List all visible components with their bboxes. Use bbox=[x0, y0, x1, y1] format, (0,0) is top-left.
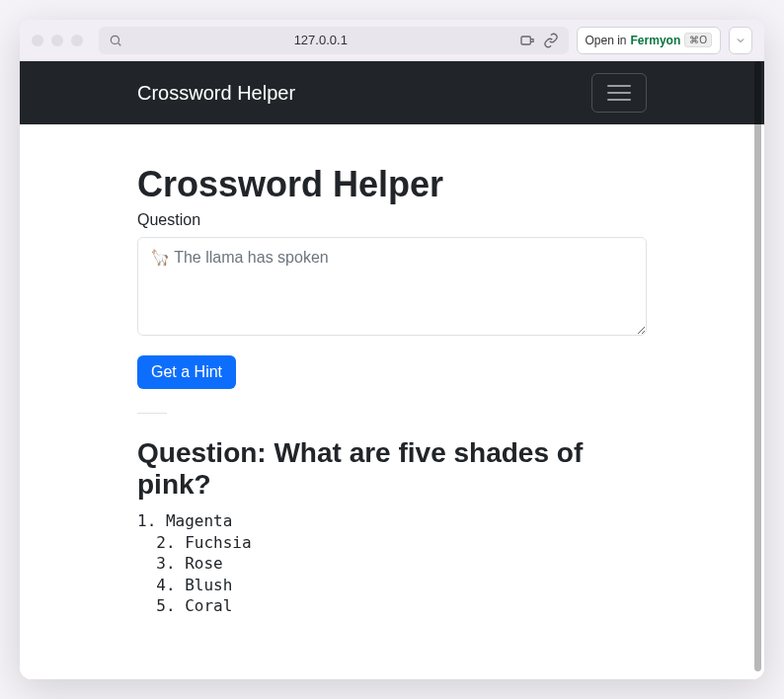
scrollbar[interactable] bbox=[754, 61, 761, 671]
section-divider bbox=[137, 413, 167, 414]
page-content: Crossword Helper Crossword Helper Questi… bbox=[20, 61, 764, 679]
browser-chrome: 127.0.0.1 Open in Fermyon ⌘O bbox=[20, 20, 764, 61]
minimize-window-button[interactable] bbox=[51, 35, 63, 46]
keyboard-shortcut: ⌘O bbox=[684, 33, 712, 47]
address-bar[interactable]: 127.0.0.1 bbox=[99, 27, 569, 54]
get-hint-button[interactable]: Get a Hint bbox=[137, 355, 236, 389]
extension-icon[interactable] bbox=[519, 33, 535, 48]
close-window-button[interactable] bbox=[32, 35, 43, 46]
result-heading: Question: What are five shades of pink? bbox=[137, 437, 647, 501]
navbar-brand[interactable]: Crossword Helper bbox=[137, 82, 295, 105]
browser-window: 127.0.0.1 Open in Fermyon ⌘O bbox=[20, 20, 764, 679]
chevron-down-icon bbox=[735, 35, 746, 46]
open-in-brand: Fermyon bbox=[631, 34, 681, 47]
link-icon[interactable] bbox=[543, 33, 559, 48]
address-actions bbox=[519, 33, 559, 48]
navbar: Crossword Helper bbox=[20, 61, 764, 124]
svg-point-0 bbox=[111, 36, 118, 43]
question-label: Question bbox=[137, 211, 647, 229]
question-input[interactable] bbox=[137, 237, 647, 336]
svg-rect-2 bbox=[521, 37, 530, 44]
traffic-lights bbox=[32, 35, 83, 46]
main-container: Crossword Helper Question Get a Hint Que… bbox=[125, 124, 659, 637]
address-text: 127.0.0.1 bbox=[130, 33, 511, 47]
page-title: Crossword Helper bbox=[137, 164, 647, 205]
hamburger-icon bbox=[607, 85, 631, 101]
open-in-fermyon-button[interactable]: Open in Fermyon ⌘O bbox=[577, 27, 722, 54]
maximize-window-button[interactable] bbox=[71, 35, 83, 46]
result-body: 1. Magenta 2. Fuchsia 3. Rose 4. Blush 5… bbox=[137, 510, 647, 617]
open-in-prefix: Open in bbox=[586, 34, 627, 47]
search-icon bbox=[109, 34, 122, 47]
svg-line-1 bbox=[118, 42, 121, 45]
navbar-toggler[interactable] bbox=[591, 73, 647, 113]
dropdown-toggle[interactable] bbox=[729, 27, 752, 54]
